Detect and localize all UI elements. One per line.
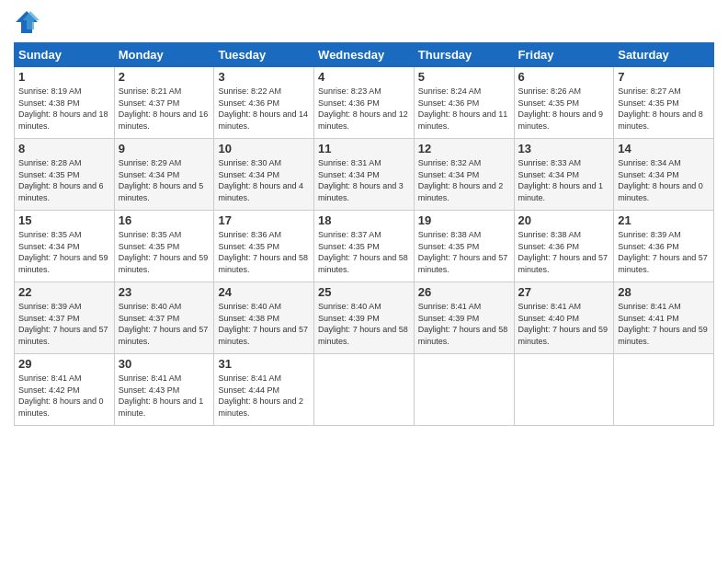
- day-info: Sunrise: 8:35 AMSunset: 4:34 PMDaylight:…: [18, 229, 110, 275]
- day-number: 24: [218, 285, 310, 299]
- day-cell: 16Sunrise: 8:35 AMSunset: 4:35 PMDayligh…: [114, 211, 214, 282]
- week-row-4: 22Sunrise: 8:39 AMSunset: 4:37 PMDayligh…: [15, 282, 714, 354]
- day-number: 21: [618, 213, 710, 227]
- day-cell: 22Sunrise: 8:39 AMSunset: 4:37 PMDayligh…: [15, 282, 115, 354]
- day-number: 12: [418, 142, 510, 155]
- day-info: Sunrise: 8:30 AMSunset: 4:34 PMDaylight:…: [218, 157, 310, 203]
- day-cell: [514, 354, 614, 426]
- day-info: Sunrise: 8:40 AMSunset: 4:39 PMDaylight:…: [318, 301, 410, 347]
- week-row-1: 1Sunrise: 8:19 AMSunset: 4:38 PMDaylight…: [15, 67, 714, 139]
- day-info: Sunrise: 8:38 AMSunset: 4:35 PMDaylight:…: [418, 229, 510, 275]
- day-number: 31: [218, 357, 310, 371]
- day-cell: 1Sunrise: 8:19 AMSunset: 4:38 PMDaylight…: [15, 67, 115, 139]
- day-cell: 15Sunrise: 8:35 AMSunset: 4:34 PMDayligh…: [15, 211, 115, 282]
- day-info: Sunrise: 8:41 AMSunset: 4:44 PMDaylight:…: [218, 373, 310, 419]
- logo-icon: [14, 9, 40, 35]
- day-info: Sunrise: 8:34 AMSunset: 4:34 PMDaylight:…: [618, 157, 710, 203]
- day-cell: 29Sunrise: 8:41 AMSunset: 4:42 PMDayligh…: [15, 354, 115, 426]
- calendar: SundayMondayTuesdayWednesdayThursdayFrid…: [14, 42, 714, 426]
- day-cell: 30Sunrise: 8:41 AMSunset: 4:43 PMDayligh…: [114, 354, 214, 426]
- day-number: 9: [119, 142, 210, 155]
- day-info: Sunrise: 8:36 AMSunset: 4:35 PMDaylight:…: [218, 229, 310, 275]
- day-cell: 28Sunrise: 8:41 AMSunset: 4:41 PMDayligh…: [614, 282, 714, 354]
- day-info: Sunrise: 8:26 AMSunset: 4:35 PMDaylight:…: [518, 86, 610, 132]
- day-number: 30: [119, 357, 210, 371]
- day-info: Sunrise: 8:19 AMSunset: 4:38 PMDaylight:…: [18, 86, 110, 132]
- day-info: Sunrise: 8:38 AMSunset: 4:36 PMDaylight:…: [518, 229, 610, 275]
- day-info: Sunrise: 8:31 AMSunset: 4:34 PMDaylight:…: [318, 157, 410, 203]
- day-info: Sunrise: 8:27 AMSunset: 4:35 PMDaylight:…: [618, 86, 710, 132]
- day-info: Sunrise: 8:39 AMSunset: 4:36 PMDaylight:…: [618, 229, 710, 275]
- day-number: 22: [18, 285, 110, 299]
- day-number: 25: [318, 285, 410, 299]
- day-number: 13: [518, 142, 610, 155]
- day-cell: 13Sunrise: 8:33 AMSunset: 4:34 PMDayligh…: [514, 139, 614, 211]
- day-info: Sunrise: 8:41 AMSunset: 4:43 PMDaylight:…: [119, 373, 210, 419]
- day-cell: 10Sunrise: 8:30 AMSunset: 4:34 PMDayligh…: [214, 139, 314, 211]
- day-info: Sunrise: 8:41 AMSunset: 4:41 PMDaylight:…: [618, 301, 710, 347]
- day-info: Sunrise: 8:39 AMSunset: 4:37 PMDaylight:…: [18, 301, 110, 347]
- day-number: 20: [518, 213, 610, 227]
- logo: [14, 9, 43, 35]
- day-cell: 8Sunrise: 8:28 AMSunset: 4:35 PMDaylight…: [15, 139, 115, 211]
- day-cell: 31Sunrise: 8:41 AMSunset: 4:44 PMDayligh…: [214, 354, 314, 426]
- day-cell: 4Sunrise: 8:23 AMSunset: 4:36 PMDaylight…: [314, 67, 415, 139]
- day-cell: 9Sunrise: 8:29 AMSunset: 4:34 PMDaylight…: [114, 139, 214, 211]
- col-header-tuesday: Tuesday: [214, 43, 314, 67]
- day-number: 16: [119, 213, 210, 227]
- week-row-3: 15Sunrise: 8:35 AMSunset: 4:34 PMDayligh…: [15, 211, 714, 282]
- day-info: Sunrise: 8:40 AMSunset: 4:38 PMDaylight:…: [218, 301, 310, 347]
- col-header-wednesday: Wednesday: [314, 43, 415, 67]
- day-cell: 12Sunrise: 8:32 AMSunset: 4:34 PMDayligh…: [414, 139, 514, 211]
- col-header-sunday: Sunday: [15, 43, 115, 67]
- day-cell: 26Sunrise: 8:41 AMSunset: 4:39 PMDayligh…: [414, 282, 514, 354]
- day-number: 5: [418, 70, 510, 84]
- week-row-2: 8Sunrise: 8:28 AMSunset: 4:35 PMDaylight…: [15, 139, 714, 211]
- day-number: 26: [418, 285, 510, 299]
- day-info: Sunrise: 8:22 AMSunset: 4:36 PMDaylight:…: [218, 86, 310, 132]
- day-number: 23: [119, 285, 210, 299]
- day-cell: 21Sunrise: 8:39 AMSunset: 4:36 PMDayligh…: [614, 211, 714, 282]
- header: [14, 9, 714, 35]
- day-cell: 24Sunrise: 8:40 AMSunset: 4:38 PMDayligh…: [214, 282, 314, 354]
- day-info: Sunrise: 8:21 AMSunset: 4:37 PMDaylight:…: [119, 86, 210, 132]
- day-number: 15: [18, 213, 110, 227]
- day-number: 27: [518, 285, 610, 299]
- day-number: 3: [218, 70, 310, 84]
- page: SundayMondayTuesdayWednesdayThursdayFrid…: [0, 0, 728, 563]
- day-number: 6: [518, 70, 610, 84]
- day-info: Sunrise: 8:35 AMSunset: 4:35 PMDaylight:…: [119, 229, 210, 275]
- day-cell: 14Sunrise: 8:34 AMSunset: 4:34 PMDayligh…: [614, 139, 714, 211]
- day-cell: [414, 354, 514, 426]
- day-number: 29: [18, 357, 110, 371]
- day-cell: 17Sunrise: 8:36 AMSunset: 4:35 PMDayligh…: [214, 211, 314, 282]
- day-number: 10: [218, 142, 310, 155]
- day-number: 17: [218, 213, 310, 227]
- day-number: 18: [318, 213, 410, 227]
- day-cell: 2Sunrise: 8:21 AMSunset: 4:37 PMDaylight…: [114, 67, 214, 139]
- day-info: Sunrise: 8:32 AMSunset: 4:34 PMDaylight:…: [418, 157, 510, 203]
- day-info: Sunrise: 8:29 AMSunset: 4:34 PMDaylight:…: [119, 157, 210, 203]
- day-cell: [614, 354, 714, 426]
- day-cell: 11Sunrise: 8:31 AMSunset: 4:34 PMDayligh…: [314, 139, 415, 211]
- col-header-monday: Monday: [114, 43, 214, 67]
- day-number: 1: [18, 70, 110, 84]
- day-cell: 27Sunrise: 8:41 AMSunset: 4:40 PMDayligh…: [514, 282, 614, 354]
- day-info: Sunrise: 8:41 AMSunset: 4:42 PMDaylight:…: [18, 373, 110, 419]
- day-info: Sunrise: 8:28 AMSunset: 4:35 PMDaylight:…: [18, 157, 110, 203]
- day-cell: 20Sunrise: 8:38 AMSunset: 4:36 PMDayligh…: [514, 211, 614, 282]
- week-row-5: 29Sunrise: 8:41 AMSunset: 4:42 PMDayligh…: [15, 354, 714, 426]
- day-info: Sunrise: 8:41 AMSunset: 4:39 PMDaylight:…: [418, 301, 510, 347]
- day-info: Sunrise: 8:33 AMSunset: 4:34 PMDaylight:…: [518, 157, 610, 203]
- day-info: Sunrise: 8:40 AMSunset: 4:37 PMDaylight:…: [119, 301, 210, 347]
- day-number: 28: [618, 285, 710, 299]
- day-cell: 3Sunrise: 8:22 AMSunset: 4:36 PMDaylight…: [214, 67, 314, 139]
- day-number: 19: [418, 213, 510, 227]
- day-info: Sunrise: 8:41 AMSunset: 4:40 PMDaylight:…: [518, 301, 610, 347]
- day-number: 4: [318, 70, 410, 84]
- day-info: Sunrise: 8:24 AMSunset: 4:36 PMDaylight:…: [418, 86, 510, 132]
- day-info: Sunrise: 8:23 AMSunset: 4:36 PMDaylight:…: [318, 86, 410, 132]
- day-number: 14: [618, 142, 710, 155]
- day-cell: 5Sunrise: 8:24 AMSunset: 4:36 PMDaylight…: [414, 67, 514, 139]
- day-cell: [314, 354, 415, 426]
